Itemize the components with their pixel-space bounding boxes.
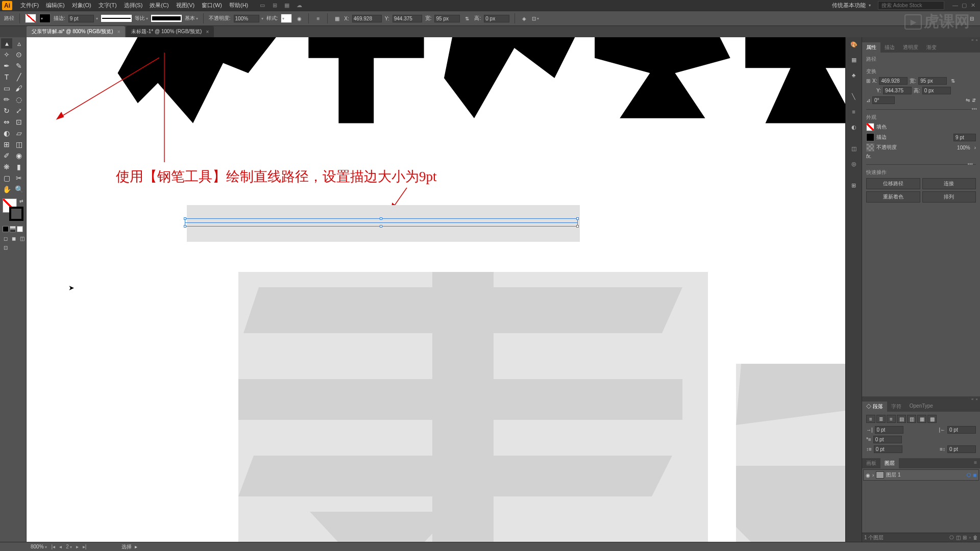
link-wh-icon[interactable]: ⇅ (951, 78, 955, 84)
scale-tool[interactable]: ⤢ (13, 106, 24, 116)
space-before-field[interactable] (874, 445, 902, 453)
prop-x-field[interactable] (879, 77, 908, 85)
line-tool[interactable]: ╱ (13, 72, 24, 82)
btn-arrange[interactable]: 排列 (922, 191, 976, 203)
panel-menu-icon[interactable]: ≡ (971, 458, 980, 468)
window-restore-icon[interactable]: ▢ (962, 2, 969, 9)
tab-stroke[interactable]: 描边 (880, 42, 899, 53)
new-layer-icon[interactable]: ▫ (969, 535, 971, 540)
canvas[interactable]: 使用【钢笔工具】绘制直线路径，设置描边大小为9pt (27, 37, 845, 542)
profile-preview[interactable] (151, 15, 182, 22)
tab-artboards[interactable]: 画板 (862, 458, 880, 468)
justify-left-icon[interactable]: ▤ (897, 415, 906, 423)
y-field[interactable] (393, 15, 422, 22)
window-close-icon[interactable]: ✕ (971, 2, 978, 9)
tab-icon[interactable]: ▭ (258, 2, 266, 10)
prop-fill-swatch[interactable] (866, 123, 874, 131)
menu-file[interactable]: 文件(F) (17, 1, 42, 10)
document-tab-1[interactable]: 父亲节讲解.ai* @ 800% (RGB/预览) × (27, 26, 125, 37)
shape-builder-tool[interactable]: ◐ (1, 128, 12, 138)
panel-collapse-icon[interactable]: « (971, 38, 973, 42)
more-options-icon[interactable]: ⊡ (531, 14, 540, 22)
tab-close-icon[interactable]: × (117, 29, 120, 35)
tab-opentype[interactable]: OpenType (905, 402, 937, 412)
prop-stroke-swatch[interactable] (866, 133, 874, 141)
prop-stroke-weight[interactable] (953, 134, 976, 141)
stroke-color-swatch[interactable] (9, 207, 23, 221)
flip-v-icon[interactable]: ⇵ (972, 97, 976, 103)
fill-swatch[interactable] (25, 14, 36, 23)
shaper-tool[interactable]: ✏ (1, 94, 12, 105)
x-field[interactable] (352, 15, 382, 22)
prev-artboard-icon[interactable]: ◂ (58, 544, 63, 549)
tab-close-icon[interactable]: × (206, 29, 209, 35)
visibility-icon[interactable]: ◉ (866, 472, 870, 478)
grid-icon[interactable]: ▦ (283, 2, 291, 10)
gradient-panel-icon[interactable]: ◐ (849, 122, 859, 132)
menu-effect[interactable]: 效果(C) (146, 1, 172, 10)
justify-all-icon[interactable]: ▩ (927, 415, 937, 423)
swatches-panel-icon[interactable]: ▦ (849, 55, 859, 65)
gradient-tool[interactable]: ◫ (13, 139, 24, 149)
panel-collapse-icon[interactable]: « (971, 397, 973, 402)
stroke-weight-field[interactable] (68, 15, 98, 22)
indent-left-field[interactable] (875, 426, 903, 434)
hand-tool[interactable]: ✋ (1, 184, 12, 194)
menu-object[interactable]: 对象(O) (69, 1, 94, 10)
last-artboard-icon[interactable]: ▸| (81, 544, 88, 549)
rectangle-tool[interactable]: ▭ (1, 83, 12, 93)
appearance-more-icon[interactable]: ••• (967, 161, 973, 167)
first-line-indent-field[interactable] (873, 436, 902, 443)
reference-point-icon[interactable]: ⊞ (866, 78, 870, 84)
stroke-style-label[interactable]: 等比 (135, 15, 148, 22)
tab-paragraph[interactable]: ◇ 段落 (862, 402, 887, 412)
panel-close-icon[interactable]: × (975, 38, 978, 42)
delete-layer-icon[interactable]: 🗑 (973, 535, 978, 540)
slice-tool[interactable]: ✂ (13, 173, 24, 183)
menu-window[interactable]: 窗口(W) (199, 1, 225, 10)
menu-type[interactable]: 文字(T) (95, 1, 120, 10)
prop-opacity-swatch[interactable] (866, 143, 874, 152)
h-field[interactable] (484, 15, 509, 22)
free-transform-tool[interactable]: ⊡ (13, 117, 24, 127)
symbols-panel-icon[interactable]: ♣ (849, 70, 859, 80)
menu-help[interactable]: 帮助(H) (226, 1, 251, 10)
screen-mode-icon[interactable]: ⊡ (3, 244, 9, 251)
link-wh-icon[interactable]: ⇅ (463, 14, 471, 22)
color-panel-icon[interactable]: 🎨 (849, 39, 859, 49)
first-artboard-icon[interactable]: |◂ (50, 544, 57, 549)
fx-label[interactable]: fx. (866, 154, 872, 159)
asset-panel-icon[interactable]: ⊞ (849, 180, 859, 190)
transform-more-icon[interactable]: ••• (971, 106, 977, 112)
isolate-icon[interactable]: ◈ (520, 14, 528, 22)
prop-y-field[interactable] (883, 87, 912, 94)
tab-layers[interactable]: 图层 (880, 458, 899, 468)
lasso-tool[interactable]: ⊙ (13, 49, 24, 60)
appearance-panel-icon[interactable]: ◎ (849, 159, 859, 169)
column-graph-tool[interactable]: ▮ (13, 162, 24, 172)
artboard-tool[interactable]: ▢ (1, 173, 12, 183)
menu-edit[interactable]: 编辑(E) (43, 1, 68, 10)
align-left-icon[interactable]: ≡ (866, 415, 875, 423)
zoom-level[interactable]: 800% (31, 544, 47, 549)
locate-object-icon[interactable]: ⎔ (949, 535, 954, 540)
status-menu-icon[interactable]: ▸ (135, 544, 137, 549)
artboard-number[interactable]: 2 (64, 544, 74, 549)
tab-properties[interactable]: 属性 (862, 42, 880, 53)
magic-wand-tool[interactable]: ✧ (1, 49, 12, 60)
stroke-style-preview[interactable] (101, 15, 132, 22)
eraser-tool[interactable]: ◌ (13, 94, 24, 105)
stroke-swatch[interactable] (39, 14, 51, 23)
perspective-tool[interactable]: ▱ (13, 128, 24, 138)
prop-h-field[interactable] (922, 87, 951, 94)
w-field[interactable] (434, 15, 460, 22)
color-mode-normal[interactable] (3, 226, 9, 232)
align-center-icon[interactable]: ≣ (876, 415, 886, 423)
arrange-icon[interactable]: ⊞ (271, 2, 279, 10)
panel-close-icon[interactable]: × (975, 397, 978, 402)
menu-select[interactable]: 选择(S) (121, 1, 146, 10)
blend-tool[interactable]: ◉ (13, 151, 24, 161)
search-stock-input[interactable] (878, 1, 944, 10)
color-mode-gradient[interactable] (10, 226, 16, 232)
flip-h-icon[interactable]: ⇋ (966, 97, 970, 103)
